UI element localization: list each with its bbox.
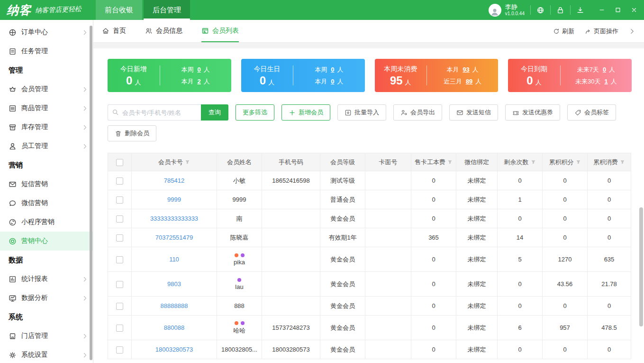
- row-checkbox[interactable]: [116, 256, 123, 263]
- sort-filter-icon[interactable]: [447, 159, 453, 164]
- download-button[interactable]: [570, 5, 590, 15]
- table-row: 88888888888黄金会员0未绑定000: [108, 297, 631, 316]
- sidebar-item-statistics-report[interactable]: 统计报表: [0, 270, 93, 289]
- level-cell: 黄金会员: [320, 209, 365, 228]
- member-card-link[interactable]: 9999: [167, 196, 181, 203]
- batch-import-button[interactable]: 批量导入: [337, 104, 386, 121]
- level-cell: 黄金会员: [320, 272, 365, 297]
- add-member-button[interactable]: 新增会员: [281, 104, 330, 121]
- topnav-back-admin[interactable]: 后台管理: [144, 0, 190, 20]
- face-cell: [365, 316, 411, 340]
- chevron-right-icon: [82, 143, 88, 149]
- row-checkbox[interactable]: [116, 281, 123, 288]
- member-tag-button[interactable]: 会员标签: [567, 104, 616, 121]
- column-header-card[interactable]: 会员卡号: [132, 153, 217, 171]
- sidebar-item-label: 系统设置: [21, 351, 48, 359]
- lock-button[interactable]: [550, 5, 570, 15]
- topnav-front-cashier[interactable]: 前台收银: [96, 0, 142, 20]
- row-checkbox[interactable]: [116, 346, 123, 354]
- more-filter-button[interactable]: 更多筛选: [236, 104, 274, 121]
- sort-filter-icon[interactable]: [185, 159, 190, 164]
- member-card-link[interactable]: 88888888: [161, 302, 188, 309]
- page-operate-button[interactable]: 页面操作: [585, 27, 618, 36]
- fee-cell: 365: [411, 228, 456, 247]
- sidebar-item-order-center[interactable]: 订单中心: [0, 23, 93, 42]
- card-stat-link[interactable]: 93: [463, 66, 469, 73]
- column-header-name: 会员姓名: [217, 153, 262, 171]
- minimize-button[interactable]: [594, 0, 610, 20]
- sidebar-item-system-settings[interactable]: 系统设置: [0, 345, 93, 363]
- maximize-button[interactable]: [610, 0, 626, 20]
- card-stat-link[interactable]: 2: [198, 78, 201, 85]
- row-checkbox[interactable]: [116, 234, 123, 242]
- sidebar-item-wechat-marketing[interactable]: 微信营销: [0, 194, 93, 213]
- column-header-points[interactable]: 累积积分: [543, 153, 588, 171]
- refresh-button[interactable]: 刷新: [553, 27, 574, 36]
- sidebar-item-stock-management[interactable]: 库存管理: [0, 118, 93, 137]
- sidebar-item-sms-marketing[interactable]: 短信营销: [0, 175, 93, 194]
- globe-button[interactable]: [530, 5, 550, 15]
- sidebar-item-miniapp-marketing[interactable]: 小程序营销: [0, 213, 93, 232]
- card-stat-link[interactable]: 1: [604, 78, 608, 85]
- sort-filter-icon[interactable]: [531, 159, 536, 164]
- toolbar-row1: 查询 更多筛选新增会员批量导入会员导出发送短信发送优惠券会员标签: [108, 104, 632, 121]
- times-cell: 5: [498, 247, 543, 272]
- send-sms-button[interactable]: 发送短信: [449, 104, 498, 121]
- fee-cell: 0: [411, 171, 456, 190]
- member-card-link[interactable]: 785412: [164, 177, 184, 184]
- member-card-link[interactable]: 70372551479: [155, 234, 193, 241]
- member-card-link[interactable]: 9803: [167, 280, 181, 288]
- member-card-link[interactable]: 880088: [164, 324, 184, 331]
- main-scrollbar[interactable]: [639, 207, 643, 326]
- tab-member-list[interactable]: 会员列表: [201, 20, 239, 42]
- avatar[interactable]: [489, 4, 501, 17]
- card-cell: 880088: [132, 316, 217, 340]
- card-stat-link[interactable]: 0: [331, 66, 334, 73]
- sidebar-item-member-management[interactable]: 会员管理: [0, 80, 93, 99]
- sidebar-item-label: 员工管理: [21, 142, 48, 150]
- sidebar-item-task-management[interactable]: 任务管理: [0, 42, 93, 61]
- tab-home[interactable]: 首页: [102, 20, 126, 42]
- row-checkbox[interactable]: [116, 303, 123, 310]
- sidebar-item-marketing-center[interactable]: 营销中心: [0, 232, 93, 251]
- member-card-link[interactable]: 33333333333333: [150, 215, 198, 222]
- row-checkbox[interactable]: [116, 177, 123, 185]
- card-stat-link[interactable]: 0: [331, 78, 334, 85]
- sidebar-item-goods-management[interactable]: 商品管理: [0, 99, 93, 118]
- points-cell: 0: [543, 209, 588, 228]
- import-icon: [345, 109, 352, 116]
- search-input[interactable]: [108, 104, 201, 121]
- member-card-link[interactable]: 110: [169, 256, 179, 263]
- row-checkbox[interactable]: [116, 215, 123, 223]
- refresh-icon: [553, 28, 560, 35]
- card-stat-link[interactable]: 89: [466, 78, 472, 85]
- sort-filter-icon[interactable]: [620, 159, 625, 164]
- send-coupon-button[interactable]: 发送优惠券: [505, 104, 560, 121]
- search-box: 查询: [108, 104, 228, 121]
- phone-cell: 15737248273: [262, 316, 320, 340]
- column-header-times[interactable]: 剩余次数: [498, 153, 543, 171]
- column-header-spend[interactable]: 累积消费: [588, 153, 631, 171]
- card-stat-link[interactable]: 0: [603, 66, 606, 73]
- sidebar-item-store-management[interactable]: 门店管理: [0, 326, 93, 345]
- sidebar-item-data-analysis[interactable]: 数据分析: [0, 289, 93, 307]
- card-stat-row: 未来7天0人: [577, 65, 615, 74]
- card-stat-link[interactable]: 0: [198, 66, 201, 73]
- row-checkbox[interactable]: [116, 196, 123, 204]
- query-button[interactable]: 查询: [201, 104, 228, 121]
- sidebar-item-staff-management[interactable]: 员工管理: [0, 137, 93, 156]
- phone-cell: [262, 247, 320, 272]
- member-export-button[interactable]: 会员导出: [393, 104, 442, 121]
- select-all-checkbox[interactable]: [116, 159, 123, 166]
- delete-member-button[interactable]: 删除会员: [108, 125, 156, 141]
- sidebar-scrollbar[interactable]: [90, 26, 92, 360]
- tab-member-info[interactable]: 会员信息: [145, 20, 182, 42]
- sort-filter-icon[interactable]: [576, 159, 581, 164]
- close-button[interactable]: [626, 0, 642, 20]
- checkbox-cell: [108, 228, 132, 247]
- table-row: 9803lau黄金会员0未绑定043.5621.78: [108, 272, 631, 297]
- member-card-link[interactable]: 18003280573: [155, 346, 193, 353]
- row-checkbox[interactable]: [116, 325, 123, 332]
- column-header-fee[interactable]: 售卡工本费: [411, 153, 456, 171]
- collapse-arrow-icon[interactable]: [629, 28, 635, 35]
